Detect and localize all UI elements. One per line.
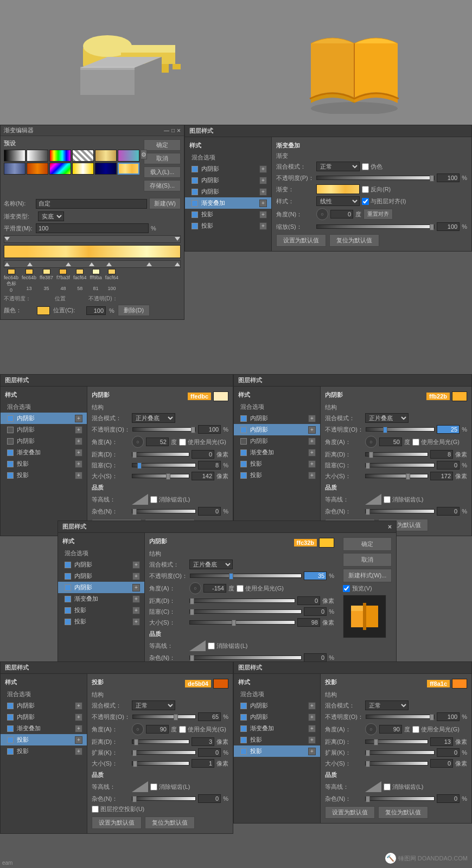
ls2-noise-slider[interactable] [132,509,196,513]
ls5-blend-mode[interactable]: 正常 [132,700,175,710]
maximize-button[interactable]: □ [171,127,175,133]
ls3-color-swatch[interactable] [452,391,467,401]
preset-swatch-1[interactable] [4,150,25,162]
type-select[interactable]: 实底 [38,211,64,221]
preset-swatch-2[interactable] [27,150,48,162]
ls5-spread-input[interactable] [198,748,221,757]
ls4-choke-slider[interactable] [189,609,302,614]
ls5-layer-knocks[interactable]: 图层挖空投影(U) [92,805,144,813]
ls3-noise-slider[interactable] [365,509,435,513]
ls3-anti-alias[interactable]: 消除锯齿(L) [384,496,423,504]
inner-shadow-checkbox-2[interactable] [192,177,198,184]
ls2-distance-input[interactable] [192,450,214,459]
color-stop-0[interactable] [4,262,10,266]
color-stop-13[interactable] [27,262,33,266]
ls4-choke-input[interactable] [304,607,327,616]
ls6-distance-input[interactable] [430,737,453,746]
ls5-contour-thumb[interactable] [132,781,148,792]
save-button[interactable]: 存储(S)... [144,180,181,191]
ls6-angle-dial[interactable]: ○ [365,723,377,735]
minimize-button[interactable]: — [164,127,169,133]
delete-button[interactable]: 删除(D) [118,305,150,316]
ls6-noise-input[interactable] [437,794,460,803]
ls3-opacity-slider[interactable] [366,427,435,432]
drop-shadow-checkbox-2[interactable] [192,223,198,229]
opacity-stop-right[interactable] [175,237,180,241]
align-layer-check[interactable]: 与图层对齐(I) [362,197,406,205]
scale-input[interactable] [437,222,460,231]
position-input[interactable] [86,306,106,315]
ls3-angle-input[interactable] [379,438,402,446]
ls4-blend-mode[interactable]: 正片叠底 [189,560,233,569]
ls2-opacity-slider[interactable] [132,427,196,432]
ls4-opacity-input[interactable] [304,571,327,580]
preset-swatch-3[interactable] [49,150,71,162]
ls5-opacity-input[interactable] [198,712,221,721]
drop-shadow-item-2[interactable]: 投影 + [185,220,271,232]
gradient-bar[interactable] [4,245,181,258]
ls2-size-input[interactable] [192,472,214,480]
ls4-contour-thumb[interactable] [189,640,206,651]
cancel-button[interactable]: 取消 [144,153,181,164]
ls4-distance-input[interactable] [297,596,320,605]
ls5-opacity-slider[interactable] [132,715,196,719]
ls6-contour-thumb[interactable] [365,781,381,792]
ls5-reset-default[interactable]: 复位为默认值 [145,816,195,829]
ls4-angle-dial[interactable]: ○ [189,582,201,594]
ls6-size-slider[interactable] [365,761,428,766]
ls5-size-slider[interactable] [132,761,189,766]
inner-shadow-item-2[interactable]: 内阴影 + [185,175,271,186]
ls4-new-style-btn[interactable]: 新建样式(W)... [343,569,392,582]
preset-swatch-11[interactable] [95,163,117,175]
ls6-anti-alias[interactable]: 消除锯齿(L) [384,783,423,791]
angle-input[interactable] [330,210,353,218]
ls6-global-light[interactable]: 使用全局光(G) [412,725,460,734]
color-stop-48[interactable] [89,262,94,266]
ls5-global-light[interactable]: 使用全局光(G) [179,725,226,734]
preset-swatch-4[interactable] [72,150,94,162]
opacity-input[interactable] [437,173,460,182]
ls6-spread-input[interactable] [437,748,460,757]
color-stop-100[interactable] [175,262,180,266]
preset-swatch-8[interactable] [27,163,48,175]
ls2-angle-dial[interactable]: ○ [132,436,144,448]
ls6-opacity-slider[interactable] [366,715,435,719]
smooth-input[interactable] [36,223,149,233]
ls3-opacity-input[interactable] [437,425,460,434]
ls5-set-default[interactable]: 设置为默认值 [92,816,142,829]
ls4-confirm-btn[interactable]: 确定 [343,537,392,551]
ls2-color-swatch[interactable] [213,391,228,401]
ls4-global-light[interactable]: 使用全局光(G) [237,584,284,593]
ls3-distance-slider[interactable] [365,452,428,456]
new-button[interactable]: 新建(W) [149,198,181,209]
ls3-contour-thumb[interactable] [365,494,381,505]
inner-shadow-item-3[interactable]: 内阴影 + [185,186,271,197]
ls6-noise-slider[interactable] [365,796,435,801]
ls2-opacity-input[interactable] [198,425,221,434]
ls2-choke-slider[interactable] [132,463,196,467]
drop-shadow-item-2-1[interactable]: 投影 + [1,458,87,470]
ls2-choke-input[interactable] [198,461,221,470]
color-stop-35[interactable] [66,262,71,266]
style-select[interactable]: 线性 [316,196,360,206]
ls4-size-slider[interactable] [189,620,295,625]
preset-swatch-7[interactable] [4,163,25,175]
fake-color-check[interactable]: 伪色 [362,163,382,171]
gradient-swatch[interactable] [316,184,360,194]
preset-swatch-6[interactable] [118,150,139,162]
ls3-size-input[interactable] [430,472,453,480]
ls6-set-default[interactable]: 设置为默认值 [325,806,375,819]
ls5-size-input[interactable] [192,759,214,768]
ls3-angle-dial[interactable]: ○ [365,436,377,448]
scale-slider[interactable] [316,224,435,229]
drop-shadow-checkbox-1[interactable] [192,211,198,218]
ls6-spread-slider[interactable] [365,750,435,755]
ls6-angle-input[interactable] [379,725,402,734]
inner-shadow-checkbox-3[interactable] [192,189,198,195]
ls6-reset-default[interactable]: 复位为默认值 [378,806,428,819]
ls6-opacity-input[interactable] [437,712,460,721]
angle-dial[interactable]: ○ [316,208,328,220]
ls4-close-button[interactable]: × [388,523,392,531]
ls2-noise-input[interactable] [198,507,221,516]
drop-shadow-add-1[interactable]: + [259,211,267,218]
